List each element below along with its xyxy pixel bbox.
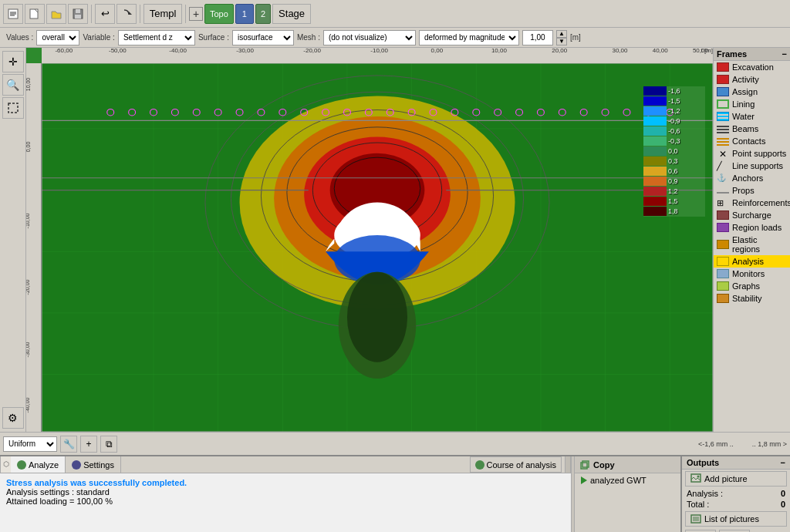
scale-down-button[interactable]: ▼ [556, 38, 567, 45]
svg-point-35 [347, 272, 407, 362]
select-tool[interactable] [2, 97, 24, 119]
left-toolbar: ✛ 🔍 ⚙ [0, 48, 26, 432]
props-icon [717, 192, 729, 194]
course-button[interactable]: Course of analysis [470, 456, 562, 473]
excavation-icon [717, 62, 729, 72]
panel-item-beams[interactable]: Beams [714, 123, 790, 135]
settings-tool[interactable]: ⚙ [2, 407, 24, 429]
right-panel: Frames − Excavation Activity Assign Lini… [713, 48, 790, 432]
color-scale: -1,6 -1,5 -1,2 -0,9 -0,6 -0,3 0,0 0,3 0,… [643, 86, 705, 217]
mesh-select[interactable]: (do not visualize) [323, 30, 416, 45]
outputs-header: Outputs − [682, 456, 790, 470]
visualization: -1,6 -1,5 -1,2 -0,9 -0,6 -0,3 0,0 0,3 0,… [42, 63, 713, 432]
analysis-count-row: Analysis : 0 [682, 488, 790, 499]
add-picture-button[interactable]: Add picture [685, 471, 787, 487]
deform-select[interactable]: deformed by magnitude [419, 30, 519, 45]
panel-item-excavation[interactable]: Excavation [714, 61, 790, 73]
copy-header: Copy [575, 456, 680, 473]
frames-collapse[interactable]: − [782, 49, 787, 59]
analysis-content: Stress analysis was successfully complet… [0, 473, 571, 510]
ruler-top: -60,00 -50,00 -40,00 -30,00 -20,00 -10,0… [42, 48, 713, 63]
graphs-icon [717, 281, 729, 291]
toolbar: ↩ Templ + Topo 1 2 Stage [0, 0, 790, 28]
zoom-tool[interactable]: 🔍 [2, 74, 24, 96]
ruler-left: 10,00 0,00 -10,00 -20,00 -30,00 -40,00 [26, 63, 42, 432]
undo-button[interactable]: ↩ [95, 4, 115, 24]
panel-item-surcharge[interactable]: Surcharge [714, 209, 790, 221]
activity-icon [717, 75, 729, 84]
panel-item-regionloads[interactable]: Region loads [714, 221, 790, 234]
settings-tab-icon [72, 460, 81, 470]
svg-point-71 [697, 476, 700, 478]
separator-1 [91, 5, 92, 23]
tab-analyze[interactable]: Analyze [11, 456, 66, 473]
total-count-row: Total : 0 [682, 499, 790, 510]
panel-item-linesupports[interactable]: ╱ Line supports [714, 160, 790, 172]
file-menu[interactable] [3, 4, 23, 24]
contacts-icon [717, 136, 729, 146]
unit-label: [m] [570, 33, 581, 42]
wrench-button[interactable]: 🔧 [60, 436, 77, 453]
reinforcements-icon: ⊞ [717, 198, 729, 207]
panel-item-elasticregions[interactable]: Elastic regions [714, 234, 790, 255]
panel-item-anchors[interactable]: ⚓ Anchors [714, 172, 790, 184]
open-button[interactable] [46, 4, 66, 24]
surface-select[interactable]: isosurface [232, 30, 294, 45]
list-pictures-button[interactable]: List of pictures [685, 511, 787, 527]
analyze-tab-icon [17, 460, 26, 470]
panel-item-graphs[interactable]: Graphs [714, 280, 790, 292]
section-label: ⬡ [0, 456, 11, 473]
panel-item-assign[interactable]: Assign [714, 86, 790, 98]
stage-button[interactable]: Stage [272, 4, 311, 24]
values-label: Values : [6, 33, 33, 42]
anchors-icon: ⚓ [717, 173, 729, 183]
add-button[interactable]: + [80, 436, 97, 453]
canvas-area[interactable]: -60,00 -50,00 -40,00 -30,00 -20,00 -10,0… [26, 48, 713, 432]
uniform-select[interactable]: Uniform [3, 436, 57, 452]
panel-item-reinforcements[interactable]: ⊞ Reinforcements [714, 197, 790, 209]
redo-button[interactable] [116, 4, 137, 24]
panel-item-props[interactable]: Props [714, 184, 790, 197]
values-select[interactable]: overall [36, 30, 79, 45]
panel-item-analysis[interactable]: Analysis [714, 255, 790, 268]
frames-title: Frames [717, 49, 747, 59]
panel-item-pointsupports[interactable]: ✕ Point supports [714, 147, 790, 160]
panel-item-monitors[interactable]: Monitors [714, 268, 790, 280]
main-area: ✛ 🔍 ⚙ -60,00 -50,00 -40,00 -30,00 -20,00… [0, 48, 790, 432]
total-label: Total : [687, 500, 709, 509]
stage2-button[interactable]: 2 [255, 4, 271, 24]
separator-3 [185, 5, 186, 23]
tab-settings[interactable]: Settings [66, 456, 121, 473]
options-bar: Values : overall Variable : Settlement d… [0, 28, 790, 48]
analysis-val: 0 [781, 489, 785, 498]
analysis-icon [717, 257, 729, 266]
svg-rect-6 [8, 103, 18, 113]
panel-item-contacts[interactable]: Contacts [714, 135, 790, 147]
variable-label: Variable : [83, 33, 115, 42]
beams-icon [717, 124, 729, 133]
bottom-controls: Uniform 🔧 + ⧉ <-1,6 mm .. .. 1,8 mm > [0, 432, 790, 455]
elasticregions-icon [717, 240, 729, 249]
topo-button[interactable]: Topo [204, 4, 234, 24]
pan-tool[interactable]: ✛ [2, 51, 24, 72]
expand-icon[interactable]: + [189, 7, 203, 21]
outputs-collapse[interactable]: − [781, 458, 785, 467]
copy-analyzed-gwt[interactable]: analyzed GWT [575, 473, 680, 487]
panel-item-activity[interactable]: Activity [714, 73, 790, 86]
list-pictures-icon [690, 513, 701, 524]
separator-2 [140, 5, 140, 23]
panel-item-stability[interactable]: Stability [714, 292, 790, 305]
copy-section: Copy analyzed GWT GeoClipboard™ [574, 456, 682, 532]
assign-icon [717, 87, 729, 96]
template-button[interactable]: Templ [143, 4, 182, 24]
scale-input[interactable]: 1,00 [522, 30, 553, 45]
scale-up-button[interactable]: ▲ [556, 30, 567, 38]
panel-item-lining[interactable]: Lining [714, 98, 790, 110]
new-button[interactable] [25, 4, 45, 24]
copy-ctrl-button[interactable]: ⧉ [100, 436, 117, 453]
save-button[interactable] [68, 4, 88, 24]
stage1-button[interactable]: 1 [235, 4, 254, 24]
linesupports-icon: ╱ [717, 161, 729, 170]
variable-select[interactable]: Settlement d z [118, 30, 195, 45]
panel-item-water[interactable]: Water [714, 110, 790, 123]
